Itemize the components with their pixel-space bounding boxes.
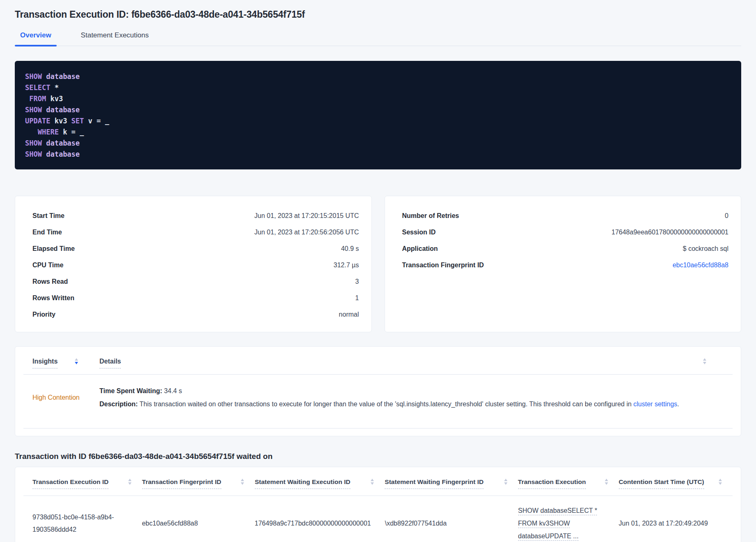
tab-statement-executions[interactable]: Statement Executions: [76, 31, 154, 46]
sort-icon[interactable]: [719, 479, 722, 485]
waited-on-heading: Transaction with ID f6be6366-da03-48de-a…: [15, 452, 741, 461]
summary-value: Jun 01, 2023 at 17:20:56:2056 UTC: [254, 229, 359, 236]
time-spent-waiting-line: Time Spent Waiting: 34.4 s: [99, 384, 726, 398]
sql-token: *: [50, 83, 58, 92]
summary-label: CPU Time: [32, 262, 63, 269]
sql-token: SET: [71, 117, 84, 125]
column-header-label: Statement Waiting Execution ID: [255, 478, 350, 489]
summary-row-elapsed-time: Elapsed Time40.9 s: [32, 241, 359, 257]
sql-line: SHOW database: [25, 71, 731, 82]
summary-label: Transaction Fingerprint ID: [402, 262, 484, 269]
column-header-contention-start-time-utc[interactable]: Contention Start Time (UTC): [619, 478, 733, 489]
sort-icon[interactable]: [371, 479, 374, 485]
insight-details: Time Spent Waiting: 34.4 s Description: …: [99, 384, 726, 411]
summary-row-rows-read: Rows Read3: [32, 273, 359, 290]
sql-line: WHERE k = _: [25, 127, 731, 138]
sql-token: database: [42, 106, 80, 114]
sql-token: SHOW: [25, 106, 42, 114]
summary-label: End Time: [32, 229, 62, 236]
sort-icon[interactable]: [128, 479, 131, 485]
sql-line: SHOW database: [25, 149, 731, 160]
statement-text[interactable]: SHOW databaseSELECT *: [518, 507, 597, 515]
sql-token: UPDATE: [25, 117, 50, 125]
insights-card: Insights Details High Contention Time Sp…: [15, 346, 741, 436]
statement-text[interactable]: FROM kv3SHOW: [518, 520, 570, 528]
insight-row: High Contention Time Spent Waiting: 34.4…: [15, 375, 741, 422]
cell-transaction-execution-id: 9738d051-bc0e-4158-a9b4-1903586ddd42: [32, 511, 142, 536]
summary-row-number-of-retries: Number of Retries0: [402, 208, 729, 224]
summary-row-application: Application$ cockroach sql: [402, 241, 729, 257]
summary-value: 1: [355, 294, 359, 302]
sort-down-icon: [128, 482, 131, 485]
summary-label: Session ID: [402, 229, 436, 236]
tab-bar: Overview Statement Executions: [15, 31, 741, 46]
sort-up-icon: [371, 479, 374, 481]
page-title: Transaction Execution ID: f6be6366-da03-…: [15, 0, 741, 20]
summary-value: $ cockroach sql: [683, 245, 728, 252]
summary-value: 40.9 s: [341, 245, 359, 252]
sort-down-icon: [241, 482, 244, 485]
column-header-statement-waiting-execution-id[interactable]: Statement Waiting Execution ID: [255, 478, 385, 489]
cell-statement-waiting-execution-id: 176498a9c717bdc80000000000000001: [255, 517, 385, 530]
sort-down-icon: [719, 482, 722, 485]
sql-token: k = _: [59, 128, 84, 136]
cluster-settings-link[interactable]: cluster settings: [634, 401, 678, 408]
column-header-transaction-execution[interactable]: Transaction Execution: [518, 478, 619, 489]
statement-text-line: SHOW databaseSELECT *: [518, 504, 605, 517]
sql-line: SHOW database: [25, 138, 731, 149]
sql-token: SELECT: [25, 83, 50, 92]
sql-line: SELECT *: [25, 82, 731, 93]
sql-token: SHOW: [25, 139, 42, 147]
summary-value: 3: [355, 278, 359, 285]
cell-transaction-fingerprint-id: ebc10ae56cfd88a8: [142, 517, 254, 530]
summary-row-start-time: Start TimeJun 01, 2023 at 17:20:15:2015 …: [32, 208, 359, 224]
insights-table-header: Insights Details: [15, 357, 741, 368]
cell-statement-waiting-fingerprint-id: \xdb8922f077541dda: [385, 517, 518, 530]
transaction-execution-link[interactable]: SHOW databaseSELECT *FROM kv3SHOWdatabas…: [518, 504, 605, 542]
sort-up-icon: [504, 479, 507, 481]
column-header-transaction-fingerprint-id[interactable]: Transaction Fingerprint ID: [142, 478, 255, 489]
column-header-label: Transaction Execution ID: [32, 478, 108, 489]
sort-down-icon: [605, 482, 608, 485]
insights-column-header[interactable]: Insights: [32, 357, 58, 368]
summary-row-cpu-time: CPU Time312.7 µs: [32, 257, 359, 273]
waited-on-table: Transaction Execution IDTransaction Fing…: [15, 467, 741, 542]
summary-label: Number of Retries: [402, 212, 459, 220]
sort-up-icon: [719, 479, 722, 481]
statement-text-line: databaseUPDATE ...: [518, 530, 605, 542]
sort-icon-insights-right[interactable]: [703, 358, 706, 364]
sort-up-icon: [241, 479, 244, 481]
summary-row-session-id: Session ID17648a9eea60178000000000000000…: [402, 224, 729, 241]
summary-label: Rows Written: [32, 294, 74, 302]
summary-label: Application: [402, 245, 438, 252]
statement-text[interactable]: databaseUPDATE ...: [518, 533, 579, 541]
waited-on-table-header: Transaction Execution IDTransaction Fing…: [15, 478, 741, 489]
summary-row-transaction-fingerprint-id: Transaction Fingerprint IDebc10ae56cfd88…: [402, 257, 729, 273]
summary-row-rows-written: Rows Written1: [32, 290, 359, 306]
summary-label: Start Time: [32, 212, 65, 220]
sort-icon[interactable]: [504, 479, 507, 485]
sort-icon-insights[interactable]: [75, 358, 78, 364]
tab-overview[interactable]: Overview: [15, 31, 57, 46]
sort-icon[interactable]: [605, 479, 608, 485]
sql-token: kv3: [46, 95, 63, 103]
summary-value: 17648a9eea6017800000000000000001: [611, 229, 728, 236]
summary-label: Rows Read: [32, 278, 68, 285]
summary-card-right: Number of Retries0Session ID17648a9eea60…: [385, 196, 742, 332]
sort-icon[interactable]: [241, 479, 244, 485]
sql-token: FROM: [29, 95, 46, 103]
details-column-header[interactable]: Details: [99, 357, 121, 368]
summary-label: Elapsed Time: [32, 245, 75, 252]
summary-value: normal: [339, 311, 359, 318]
column-header-statement-waiting-fingerprint-id[interactable]: Statement Waiting Fingerprint ID: [385, 478, 518, 489]
sort-down-icon: [371, 482, 374, 485]
column-header-label: Statement Waiting Fingerprint ID: [385, 478, 484, 489]
sql-token: kv3: [50, 117, 71, 125]
sql-token: database: [42, 150, 80, 158]
summary-value: 0: [725, 212, 728, 220]
sql-token: WHERE: [38, 128, 59, 136]
sql-token: [25, 128, 38, 136]
column-header-transaction-execution-id[interactable]: Transaction Execution ID: [32, 478, 142, 489]
transaction-fingerprint-link[interactable]: ebc10ae56cfd88a8: [673, 262, 728, 269]
sql-token: SHOW: [25, 150, 42, 158]
